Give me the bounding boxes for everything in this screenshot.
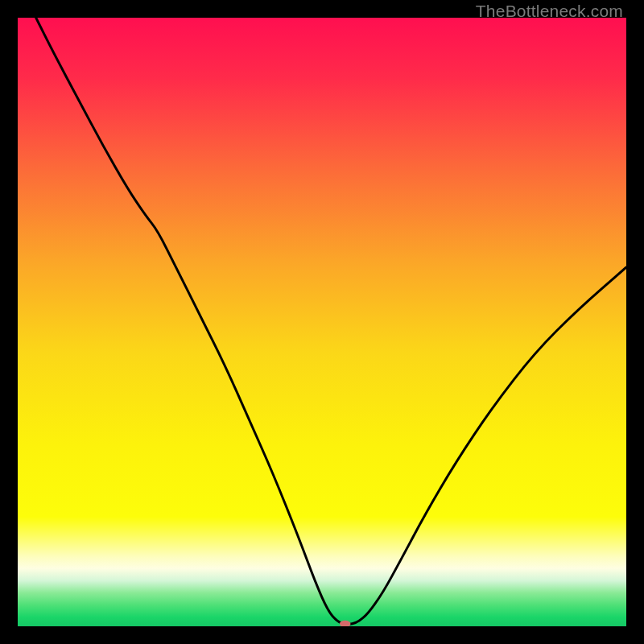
bottleneck-chart bbox=[18, 18, 626, 626]
chart-frame bbox=[18, 18, 626, 626]
chart-background bbox=[18, 18, 626, 626]
